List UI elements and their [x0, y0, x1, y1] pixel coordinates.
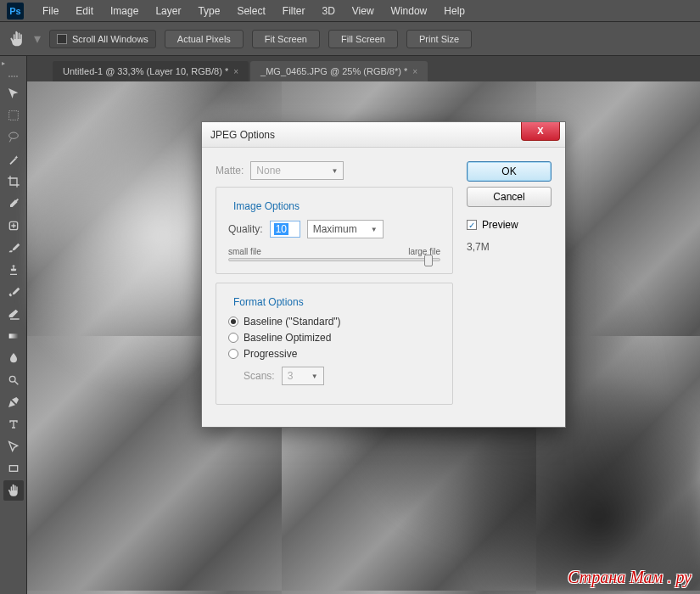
scroll-all-windows-checkbox[interactable]: Scroll All Windows	[49, 30, 156, 48]
small-file-label: small file	[228, 247, 261, 256]
baseline-standard-radio[interactable]: Baseline ("Standard")	[228, 316, 440, 328]
dialog-title: JPEG Options	[210, 129, 275, 141]
ps-logo: Ps	[7, 3, 24, 20]
eraser-tool[interactable]	[3, 304, 24, 324]
marquee-tool[interactable]	[3, 105, 24, 126]
menu-select[interactable]: Select	[228, 5, 273, 17]
clone-stamp-tool[interactable]	[3, 260, 24, 280]
slider-thumb[interactable]	[424, 255, 433, 266]
expand-icon[interactable]: ▸	[2, 59, 10, 68]
lasso-tool[interactable]	[3, 127, 24, 148]
quality-label: Quality:	[228, 223, 263, 235]
options-bar: ▾ Scroll All Windows Actual Pixels Fit S…	[0, 22, 700, 56]
svg-rect-4	[9, 466, 17, 472]
checkbox-icon	[57, 34, 67, 44]
jpeg-options-dialog: JPEG Options X Matte: None ▼ Image Optio…	[201, 121, 566, 428]
tab-label: _MG_0465.JPG @ 25% (RGB/8*) *	[260, 66, 407, 76]
ok-button[interactable]: OK	[467, 161, 552, 182]
close-icon[interactable]: ×	[412, 67, 417, 76]
matte-label: Matte:	[216, 165, 244, 177]
progressive-radio[interactable]: Progressive	[228, 348, 440, 360]
image-options-legend: Image Options	[228, 200, 305, 212]
tab-mg0465[interactable]: _MG_0465.JPG @ 25% (RGB/8*) * ×	[250, 61, 428, 81]
baseline-optimized-radio[interactable]: Baseline Optimized	[228, 332, 440, 344]
dodge-tool[interactable]	[3, 370, 24, 390]
blur-tool[interactable]	[3, 348, 24, 368]
actual-pixels-button[interactable]: Actual Pixels	[165, 30, 244, 48]
menu-view[interactable]: View	[344, 5, 383, 17]
radio-label: Baseline Optimized	[244, 332, 331, 344]
menu-edit[interactable]: Edit	[67, 5, 102, 17]
matte-value: None	[256, 165, 281, 177]
chevron-down-icon: ▼	[311, 373, 318, 380]
quality-preset-select[interactable]: Maximum ▼	[307, 220, 384, 238]
menu-image[interactable]: Image	[102, 5, 147, 17]
radio-label: Progressive	[244, 348, 297, 360]
crop-tool[interactable]	[3, 171, 24, 192]
fill-screen-button[interactable]: Fill Screen	[328, 30, 398, 48]
eyedropper-tool[interactable]	[3, 193, 24, 214]
menu-window[interactable]: Window	[383, 5, 436, 17]
gradient-tool[interactable]	[3, 326, 24, 346]
hand-tool[interactable]	[3, 480, 24, 501]
dialog-titlebar[interactable]: JPEG Options X	[202, 122, 565, 148]
matte-select: None ▼	[250, 161, 344, 180]
path-selection-tool[interactable]	[3, 436, 24, 457]
menu-bar: Ps File Edit Image Layer Type Select Fil…	[0, 0, 700, 22]
rectangle-tool[interactable]	[3, 458, 24, 479]
cancel-button[interactable]: Cancel	[467, 187, 552, 207]
menu-filter[interactable]: Filter	[274, 5, 314, 17]
magic-wand-tool[interactable]	[3, 149, 24, 170]
menu-file[interactable]: File	[34, 5, 67, 17]
preview-checkbox[interactable]: ✓ Preview	[467, 219, 552, 231]
grip-icon[interactable]	[3, 73, 24, 80]
radio-icon	[228, 349, 238, 359]
quality-preset-value: Maximum	[313, 223, 357, 235]
svg-point-3	[9, 376, 15, 382]
radio-icon	[228, 333, 238, 343]
chevron-down-icon: ▼	[371, 226, 378, 233]
scans-select: 3 ▼	[282, 367, 324, 385]
menu-help[interactable]: Help	[435, 5, 473, 17]
format-options-legend: Format Options	[228, 296, 309, 308]
tab-untitled[interactable]: Untitled-1 @ 33,3% (Layer 10, RGB/8) * ×	[53, 61, 249, 81]
brush-tool[interactable]	[3, 238, 24, 258]
svg-rect-0	[8, 111, 18, 120]
menu-layer[interactable]: Layer	[147, 5, 189, 17]
quality-input[interactable]: 10	[270, 221, 300, 238]
scans-value: 3	[288, 370, 294, 382]
menu-3d[interactable]: 3D	[313, 5, 343, 17]
pen-tool[interactable]	[3, 392, 24, 412]
move-tool[interactable]	[3, 83, 24, 104]
image-options-group: Image Options Quality: 10 Maximum ▼ smal…	[216, 187, 453, 274]
document-tabs: Untitled-1 @ 33,3% (Layer 10, RGB/8) * ×…	[27, 56, 700, 81]
quality-slider[interactable]	[228, 258, 440, 261]
type-tool[interactable]	[3, 414, 24, 434]
fit-screen-button[interactable]: Fit Screen	[252, 30, 320, 48]
close-button[interactable]: X	[521, 122, 560, 141]
tab-label: Untitled-1 @ 33,3% (Layer 10, RGB/8) *	[63, 66, 228, 76]
watermark-text: Страна Мам . ру	[568, 568, 692, 587]
print-size-button[interactable]: Print Size	[406, 30, 472, 48]
file-size-text: 3,7M	[467, 241, 552, 253]
chevron-down-icon: ▼	[331, 167, 338, 175]
history-brush-tool[interactable]	[3, 282, 24, 302]
format-options-group: Format Options Baseline ("Standard") Bas…	[216, 283, 453, 405]
radio-icon	[228, 317, 238, 327]
menu-type[interactable]: Type	[189, 5, 228, 17]
scroll-all-label: Scroll All Windows	[72, 34, 148, 44]
healing-brush-tool[interactable]	[3, 216, 24, 236]
svg-rect-2	[8, 333, 18, 338]
close-icon[interactable]: ×	[233, 67, 238, 76]
scans-label: Scans:	[244, 370, 275, 382]
checkbox-icon: ✓	[467, 220, 477, 230]
hand-tool-icon	[8, 31, 25, 48]
tools-panel: ▸	[0, 56, 27, 594]
preview-label: Preview	[482, 219, 518, 231]
radio-label: Baseline ("Standard")	[244, 316, 341, 328]
